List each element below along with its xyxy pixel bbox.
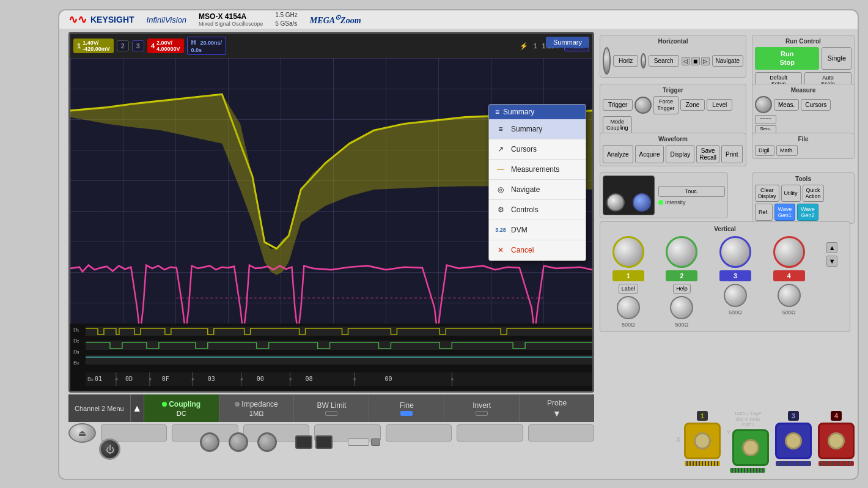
file-digil-button[interactable]: Digil. [755,145,774,156]
menu-dropdown[interactable]: ≡ Summary ≡ Summary ↗ Cursors — Measurem… [488,104,586,261]
menu-label-measurements: Measurements [511,165,559,174]
horiz-button[interactable]: Horiz [613,55,638,67]
invert-indicator [476,411,488,416]
bw-limit-indicator [325,411,337,416]
ref-button[interactable]: Ref. [755,204,773,221]
ch4-vert-knob[interactable] [773,236,805,268]
ch3-bnc-connector[interactable] [775,423,812,459]
measure-extra1[interactable]: ~~~~ [755,115,776,124]
menu-up-arrow[interactable]: ▲ [131,394,144,422]
softkey-5[interactable] [386,424,452,442]
ch3-vert-knob[interactable] [719,236,751,268]
impedance-button[interactable]: Impedance 1MΩ [219,394,295,422]
usb-port-2[interactable] [315,435,333,449]
menu-item-controls[interactable]: ⚙ Controls [489,200,586,220]
touch-button[interactable]: Touc. [658,186,725,197]
ch2-small-knob[interactable] [670,296,693,319]
ch4-vert-button[interactable]: 4 [773,270,805,281]
menu-item-dvm[interactable]: 3.28 DVM [489,220,586,240]
bnc-connector-3[interactable] [257,432,277,452]
fine-button[interactable]: Fine [369,394,444,422]
vert-up-icon[interactable]: ▲ [826,242,837,253]
ch1-bnc-connector[interactable] [684,423,721,459]
nav-stop-icon[interactable]: ◼ [691,57,700,65]
quick-action-button[interactable]: QuickAction [803,185,824,202]
analyze-button[interactable]: Analyze [603,145,633,163]
menu-item-cursors[interactable]: ↗ Cursors [489,139,586,160]
ch4-bnc-connector[interactable] [818,423,855,459]
nav-left-icon[interactable]: ◁ [682,57,690,65]
clear-display-button[interactable]: ClearDisplay [755,185,779,202]
ch2-help-button[interactable]: Help [673,284,691,294]
power-button[interactable]: ⏻ [99,438,120,460]
menu-item-navigate[interactable]: ◎ Navigate [489,180,586,200]
meas-button[interactable]: Meas. [774,99,799,111]
print-button[interactable]: Print [721,145,743,163]
intensity-knob2[interactable] [633,193,651,212]
navigate-button[interactable]: Navigate [712,55,743,67]
menu-label-cursors: Cursors [511,145,537,153]
model-subtitle: Mixed Signal Oscilloscope [199,21,263,27]
probe-comp-2[interactable] [371,438,380,446]
cursors-button[interactable]: Cursors [801,99,831,111]
impedance-label: Impedance [241,400,278,409]
connector-1 [200,432,219,452]
bw-limit-button[interactable]: BW Limit [294,394,369,422]
utility-button[interactable]: Utility [781,185,801,202]
bnc-connector-2[interactable] [229,432,248,452]
ch1-value: 1.40V/ -420.00mV [83,40,110,52]
vert-down-icon[interactable]: ▼ [826,256,837,267]
ch4-small-knob[interactable] [778,284,801,307]
ch1-vert-button[interactable]: 1 [612,270,644,281]
softkey-6[interactable] [457,424,523,442]
menu-item-measurements[interactable]: — Measurements [489,160,586,180]
file-math-button[interactable]: Math. [776,145,798,156]
level-button[interactable]: Level [707,99,732,111]
zone-button[interactable]: Zone [680,99,705,111]
search-button[interactable]: Search [649,55,679,67]
acquire-button[interactable]: Acquire [635,145,664,163]
probe-comp-1[interactable] [348,438,369,446]
intensity-knob-display[interactable] [606,193,625,212]
usb-port-1[interactable] [295,435,312,449]
h-badge[interactable]: H 20.00ns/ 0.0s [187,37,227,55]
wave-gen1-button[interactable]: WaveGen1 [774,204,796,221]
trigger-button[interactable]: Trigger [603,99,633,111]
search-knob[interactable] [641,53,646,68]
ch1-badge[interactable]: 1 1.40V/ -420.00mV [73,39,114,53]
save-recall-button[interactable]: SaveRecall [696,145,719,163]
ch2-vert-knob[interactable] [666,236,697,268]
ch4-value: 2.00V/ 4.00000V [156,40,180,52]
invert-button[interactable]: Invert [444,394,520,422]
softkey-7[interactable] [528,424,594,442]
trigger-knob[interactable] [634,97,652,114]
usb-ports [295,435,333,449]
display-button[interactable]: Display [666,145,694,163]
probe-button[interactable]: Probe ▼ [520,394,594,422]
menu-item-cancel[interactable]: ✕ Cancel [489,240,586,261]
horizontal-knob[interactable] [603,47,611,75]
ch3-vert-button[interactable]: 3 [719,270,751,281]
mode-coupling-button[interactable]: ModeCoupling [603,116,632,135]
usb-eject-button[interactable]: ⏏ [68,423,96,443]
summary-button[interactable]: Summary [546,37,589,48]
ch3-small-knob[interactable] [724,284,747,307]
measure-knob[interactable] [755,96,772,113]
bnc-connector-1[interactable] [200,432,219,452]
ch1-label-button[interactable]: Label [619,284,638,294]
ch1-vert-knob[interactable] [612,236,644,268]
ch2-vert-button[interactable]: 2 [666,270,697,281]
ch2-bnc-connector[interactable] [732,429,769,466]
coupling-button[interactable]: Coupling DC [144,394,219,422]
ch3-badge[interactable]: 3 [132,40,144,51]
ch4-badge[interactable]: 4 2.00V/ 4.00000V [147,39,184,53]
force-trigger-button[interactable]: ForceTrigger [653,96,678,114]
menu-item-summary[interactable]: ≡ Summary [489,119,586,139]
intensity-display [603,176,655,215]
single-button[interactable]: Single [822,47,851,70]
nav-right-icon[interactable]: ▷ [701,57,710,65]
ch2-badge[interactable]: 2 [117,40,129,51]
wave-gen2-button[interactable]: WaveGen2 [797,204,818,221]
run-stop-button[interactable]: RunStop [755,47,819,70]
ch1-small-knob[interactable] [617,296,640,319]
